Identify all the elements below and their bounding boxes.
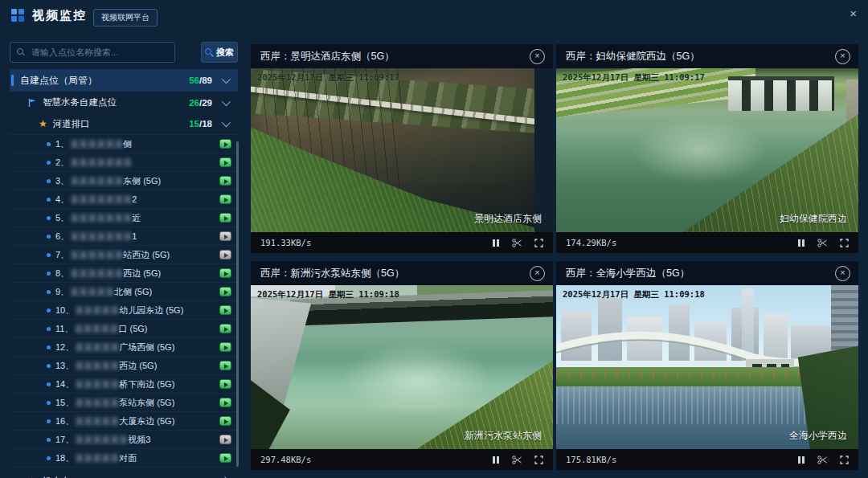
video-frame[interactable]: 2025年12月17日 星期三 11:09:18 全海小学西边 xyxy=(556,285,858,449)
tree-point-item[interactable]: 3、某某某某某某东侧 (5G) xyxy=(10,172,238,190)
camera-offline-icon[interactable] xyxy=(219,435,231,444)
bullet-icon xyxy=(47,382,51,386)
item-number: 4、 xyxy=(55,194,69,206)
tree-point-item[interactable]: 18、某某某某某对面 xyxy=(10,449,238,468)
item-name-suffix: 口 (5G) xyxy=(118,323,147,335)
bullet-icon xyxy=(47,272,51,276)
close-icon[interactable]: × xyxy=(530,266,545,281)
search-button-label: 搜索 xyxy=(216,47,234,59)
camera-online-icon[interactable] xyxy=(219,268,231,278)
video-frame[interactable]: 2025年12月17日 星期三 11:09:18 新洲污水泵站东侧 xyxy=(251,285,553,449)
camera-online-icon[interactable] xyxy=(219,416,231,426)
clip-scissors-icon[interactable] xyxy=(817,456,828,464)
tree-point-item[interactable]: 4、某某某某某某某2 xyxy=(10,190,238,209)
scene-reflection xyxy=(342,342,493,416)
item-name-redacted: 某某某某某某某 xyxy=(70,231,132,243)
close-icon[interactable]: × xyxy=(835,49,850,64)
tree-point-item[interactable]: 7、某某某某某某站西边 (5G) xyxy=(10,246,238,264)
item-name-suffix: 桥下南边 (5G) xyxy=(119,378,174,390)
tree-point-item[interactable]: 12、某某某某某广场西侧 (5G) xyxy=(10,338,238,357)
video-grid: 西岸：景明达酒店东侧（5G） × 2025年12月17日 星期三 11:09:1… xyxy=(251,44,858,470)
camera-online-icon[interactable] xyxy=(219,379,231,389)
star-icon: ★ xyxy=(39,119,47,129)
search-icon xyxy=(205,48,213,56)
item-name-redacted: 某某某某某 xyxy=(75,452,119,464)
camera-timestamp: 2025年12月17日 星期三 11:09:18 xyxy=(257,289,399,300)
pause-icon[interactable] xyxy=(492,239,500,247)
chevron-down-icon[interactable] xyxy=(222,75,231,84)
camera-online-icon[interactable] xyxy=(219,194,231,204)
tree-point-item[interactable]: 15、某某某某某泵站东侧 (5G) xyxy=(10,394,238,412)
tree-root-self-built-points[interactable]: 自建点位（局管） 56/89 xyxy=(10,69,238,92)
pause-icon[interactable] xyxy=(797,456,805,464)
camera-watermark: 妇幼保健院西边 xyxy=(780,212,847,226)
tree-point-item[interactable]: 16、某某某某某大厦东边 (5G) xyxy=(10,412,238,431)
video-title: 西岸：新洲污水泵站东侧（5G） xyxy=(260,267,404,280)
camera-online-icon[interactable] xyxy=(219,453,231,463)
fullscreen-icon[interactable] xyxy=(840,239,849,247)
item-number: 10、 xyxy=(55,304,74,317)
item-number: 15、 xyxy=(55,397,74,409)
tree-group-smart-water[interactable]: 智慧水务自建点位 26/29 xyxy=(10,92,238,113)
close-icon[interactable]: × xyxy=(835,266,850,281)
tree-point-item[interactable]: 5、某某某某某某某近 xyxy=(10,209,238,227)
app-logo-icon xyxy=(11,9,25,22)
sidebar-scrollbar[interactable] xyxy=(236,141,239,467)
tree-point-item[interactable]: 17、某某某某某某视频3 xyxy=(10,431,238,449)
tree-point-item[interactable]: 11、某某某某某口 (5G) xyxy=(10,320,238,338)
camera-online-icon[interactable] xyxy=(219,324,231,333)
camera-online-icon[interactable] xyxy=(219,342,231,352)
chevron-down-icon[interactable] xyxy=(222,96,231,105)
tree-group-label: 智慧水务自建点位 xyxy=(43,96,117,108)
clip-scissors-icon[interactable] xyxy=(817,239,828,247)
item-number: 3、 xyxy=(55,175,69,187)
count-total: /89 xyxy=(199,76,212,85)
video-panel-4: 西岸：全海小学西边（5G） × 2025年12月17日 星期三 11:09:18… xyxy=(556,261,858,470)
pause-icon[interactable] xyxy=(492,456,500,464)
item-name-suffix: 北侧 (5G) xyxy=(114,286,152,298)
item-name-redacted: 某某某某某某某 xyxy=(70,212,132,224)
clip-scissors-icon[interactable] xyxy=(512,239,522,247)
camera-online-icon[interactable] xyxy=(219,287,231,296)
camera-online-icon[interactable] xyxy=(219,139,231,149)
search-input[interactable] xyxy=(10,42,175,63)
tree-point-item[interactable]: 6、某某某某某某某1 xyxy=(10,227,238,246)
video-frame[interactable]: 2025年12月17日 星期三 11:09:17 妇幼保健院西边 xyxy=(556,68,858,232)
camera-online-icon[interactable] xyxy=(219,361,231,370)
camera-offline-icon[interactable] xyxy=(219,250,231,259)
tree-point-item[interactable]: 14、某某某某某桥下南边 (5G) xyxy=(10,375,238,394)
camera-offline-icon[interactable] xyxy=(219,231,231,241)
search-icon xyxy=(17,48,23,55)
tree-point-item[interactable]: 9、某某某某某北侧 (5G) xyxy=(10,283,238,301)
tree-category-water-intake[interactable]: ★ 起水点 3/3 xyxy=(10,471,238,478)
window-close-icon[interactable]: × xyxy=(850,6,857,20)
camera-online-icon[interactable] xyxy=(219,305,231,315)
item-name-suffix: 泵站东侧 (5G) xyxy=(119,397,174,409)
tree-point-item[interactable]: 13、某某某某某西边 (5G) xyxy=(10,357,238,375)
pause-icon[interactable] xyxy=(797,239,805,247)
clip-scissors-icon[interactable] xyxy=(512,456,522,464)
video-title: 西岸：全海小学西边（5G） xyxy=(566,267,690,280)
camera-online-icon[interactable] xyxy=(219,213,231,223)
camera-online-icon[interactable] xyxy=(219,398,231,407)
bullet-icon xyxy=(47,364,51,368)
tree-point-item[interactable]: 10、某某某某某幼儿园东边 (5G) xyxy=(10,301,238,320)
close-icon[interactable]: × xyxy=(530,49,545,64)
tree-point-item[interactable]: 8、某某某某某某西边 (5G) xyxy=(10,264,238,283)
tree-point-item[interactable]: 2、某某某某某某某 xyxy=(10,153,238,172)
video-frame[interactable]: 2025年12月17日 星期三 11:09:17 景明达酒店东侧 xyxy=(251,68,553,232)
tree-category-river-outlets[interactable]: ★ 河道排口 15/18 xyxy=(10,113,238,135)
tree-category-label: 河道排口 xyxy=(53,118,90,130)
bullet-icon xyxy=(47,235,51,239)
fullscreen-icon[interactable] xyxy=(534,239,543,247)
fullscreen-icon[interactable] xyxy=(840,456,849,464)
fullscreen-icon[interactable] xyxy=(534,456,543,464)
chevron-down-icon[interactable] xyxy=(222,118,231,127)
camera-online-icon[interactable] xyxy=(219,176,231,186)
tree-point-item[interactable]: 1、某某某某某某侧 xyxy=(10,135,238,153)
search-button[interactable]: 搜索 xyxy=(201,42,238,63)
item-name-suffix: 幼儿园东边 (5G) xyxy=(119,304,183,317)
item-name-redacted: 某某某某某某 xyxy=(70,249,123,261)
camera-online-icon[interactable] xyxy=(219,157,231,167)
item-number: 18、 xyxy=(55,452,74,464)
